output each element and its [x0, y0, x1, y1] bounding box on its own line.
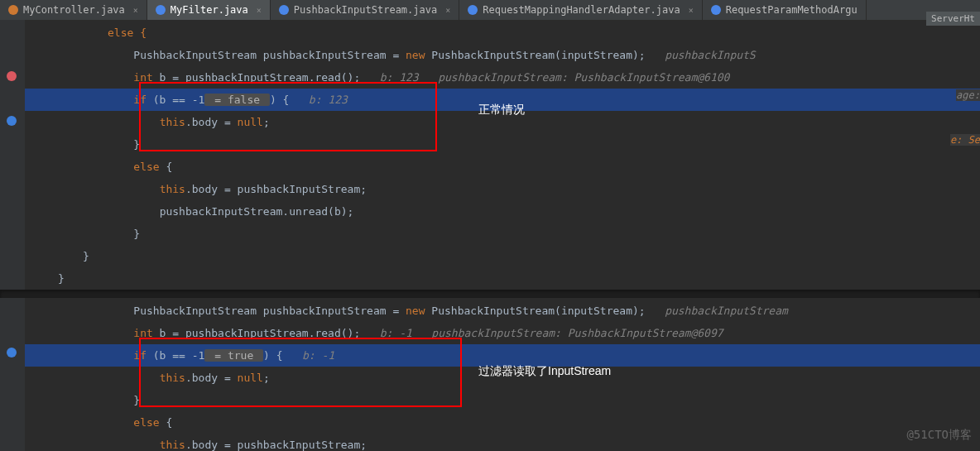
tab-requestmapping[interactable]: RequestMappingHandlerAdapter.java ×: [459, 0, 702, 20]
code-line: this.body = pushbackInputStream;: [25, 178, 980, 200]
tab-label: RequestParamMethodArgu: [726, 4, 858, 16]
code-line: }: [25, 245, 980, 267]
code-line: PushbackInputStream pushbackInputStream …: [25, 44, 980, 66]
code-line: this.body = pushbackInputStream;: [25, 434, 980, 451]
java-icon: [279, 5, 289, 15]
code-line: }: [25, 389, 980, 411]
code-line: else {: [25, 411, 980, 434]
breakpoint-active-icon[interactable]: [7, 348, 17, 357]
inline-hint: e: Se: [950, 134, 980, 146]
inline-hint: age:: [956, 89, 980, 101]
pane-divider[interactable]: [0, 290, 980, 298]
java-icon: [711, 5, 721, 15]
tab-label: RequestMappingHandlerAdapter.java: [483, 4, 680, 16]
code-area[interactable]: else { PushbackInputStream pushbackInput…: [25, 20, 980, 290]
code-line-highlighted: if (b == -1 = true ) { b: -1: [25, 344, 980, 367]
tab-label: MyFilter.java: [171, 4, 248, 16]
breakpoint-icon[interactable]: [7, 71, 17, 81]
tab-requestparam[interactable]: RequestParamMethodArgu: [703, 0, 867, 20]
code-line: }: [25, 223, 980, 245]
close-icon[interactable]: ×: [689, 6, 694, 15]
code-editor-block1[interactable]: else { PushbackInputStream pushbackInput…: [0, 20, 980, 290]
close-icon[interactable]: ×: [257, 6, 262, 15]
code-line: }: [25, 267, 980, 290]
gutter: [0, 298, 25, 451]
code-line: }: [25, 133, 980, 156]
close-icon[interactable]: ×: [445, 6, 450, 15]
code-line: else {: [25, 22, 980, 44]
annotation-text: 正常情况: [478, 103, 525, 118]
tab-pushback[interactable]: PushbackInputStream.java ×: [271, 0, 459, 20]
java-icon: [468, 5, 478, 15]
annotation-text: 过滤器读取了InputStream: [478, 364, 611, 379]
tab-label: PushbackInputStream.java: [294, 4, 437, 16]
watermark: @51CTO博客: [906, 428, 972, 443]
editor-tabs: MyController.java × MyFilter.java × Push…: [0, 0, 980, 20]
code-line: else {: [25, 156, 980, 178]
code-line: pushbackInputStream.unread(b);: [25, 200, 980, 223]
tab-mycontroller[interactable]: MyController.java ×: [0, 0, 147, 20]
code-line: int b = pushbackInputStream.read(); b: -…: [25, 322, 980, 344]
close-icon[interactable]: ×: [133, 6, 138, 15]
tab-label: MyController.java: [23, 4, 125, 16]
breakpoint-active-icon[interactable]: [7, 116, 17, 126]
code-line: int b = pushbackInputStream.read(); b: 1…: [25, 66, 980, 89]
java-icon: [8, 5, 18, 15]
tab-myfilter[interactable]: MyFilter.java ×: [147, 0, 271, 20]
code-line: PushbackInputStream pushbackInputStream …: [25, 300, 980, 322]
java-icon: [156, 5, 166, 15]
code-editor-block2[interactable]: PushbackInputStream pushbackInputStream …: [0, 298, 980, 451]
gutter: [0, 20, 25, 290]
